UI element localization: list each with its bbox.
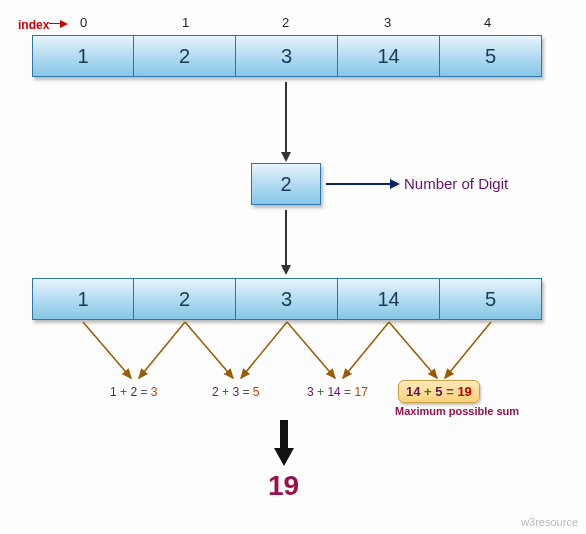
index-arrow-line — [49, 23, 61, 24]
bottom-cell-1: 2 — [134, 278, 236, 320]
top-cell-4: 5 — [440, 35, 542, 77]
top-cell-0: 1 — [32, 35, 134, 77]
bottom-cell-2: 3 — [236, 278, 338, 320]
max-label: Maximum possible sum — [395, 405, 519, 417]
digit-arrow-head — [390, 179, 400, 189]
index-label: index — [18, 18, 49, 32]
index-3: 3 — [384, 15, 391, 30]
index-arrow-head — [60, 20, 68, 28]
arrow-digit-to-bottom — [285, 210, 287, 265]
top-array: 1 2 3 14 5 — [32, 35, 542, 77]
arrow-top-to-digit-head — [281, 152, 291, 162]
top-cell-2: 3 — [236, 35, 338, 77]
top-cell-1: 2 — [134, 35, 236, 77]
svg-line-3 — [241, 322, 287, 378]
arrow-digit-to-bottom-head — [281, 265, 291, 275]
digit-box: 2 — [251, 163, 321, 205]
result-arrow-stem — [280, 420, 288, 448]
watermark: w3resource — [521, 516, 578, 528]
result-arrow-head — [274, 448, 294, 466]
sum-2: 3 + 14 = 17 — [307, 385, 368, 399]
sum-0: 1 + 2 = 3 — [110, 385, 157, 399]
svg-line-6 — [389, 322, 437, 378]
bottom-array: 1 2 3 14 5 — [32, 278, 542, 320]
top-cell-3: 14 — [338, 35, 440, 77]
bottom-cell-4: 5 — [440, 278, 542, 320]
index-0: 0 — [80, 15, 87, 30]
bottom-cell-3: 14 — [338, 278, 440, 320]
svg-line-5 — [343, 322, 389, 378]
digit-label: Number of Digit — [404, 175, 508, 192]
index-2: 2 — [282, 15, 289, 30]
index-4: 4 — [484, 15, 491, 30]
bottom-cell-0: 1 — [32, 278, 134, 320]
arrow-top-to-digit — [285, 82, 287, 152]
max-sum-badge: 14 + 5 = 19 — [398, 380, 480, 403]
digit-arrow-line — [326, 183, 390, 185]
sum-1: 2 + 3 = 5 — [212, 385, 259, 399]
svg-line-4 — [287, 322, 335, 378]
svg-line-0 — [83, 322, 131, 378]
svg-line-7 — [445, 322, 491, 378]
svg-line-1 — [139, 322, 185, 378]
index-1: 1 — [182, 15, 189, 30]
result-value: 19 — [268, 470, 299, 502]
svg-line-2 — [185, 322, 233, 378]
